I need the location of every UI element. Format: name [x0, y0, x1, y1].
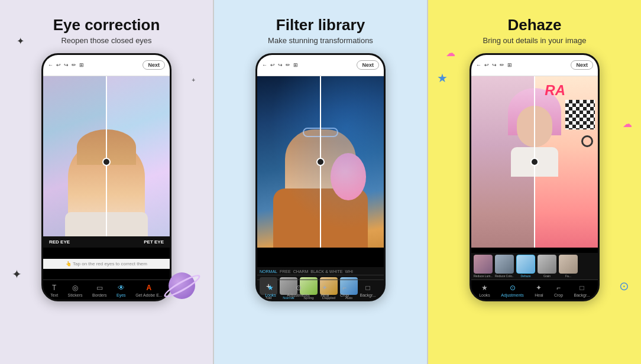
reduce-lum-thumb	[474, 255, 493, 274]
pet-eye-label[interactable]: PET EYE	[144, 239, 164, 245]
dehaze-panel: ★ ☁ ☁ ⊙ Dehaze Bring out details in your…	[428, 0, 641, 364]
tab-eyes[interactable]: 👁 Eyes	[116, 284, 126, 297]
star-icon-2: ⊙	[619, 279, 629, 293]
adj-thumb-grain[interactable]: Grain	[538, 255, 556, 278]
tab-heal-3[interactable]: ✦ Heal	[535, 284, 543, 297]
tab-heal-2-label: Heal	[320, 293, 329, 297]
redo-icon-2[interactable]: ↪	[278, 62, 283, 68]
cloud-icon-2: ☁	[623, 118, 632, 129]
sparkle-icon-1: ✦	[17, 35, 24, 47]
tab-crop-3-label: Crop	[554, 293, 563, 297]
undo-icon-2[interactable]: ↩	[270, 62, 275, 68]
next-button-2[interactable]: Next	[357, 60, 379, 70]
filter-tab-whi[interactable]: WHI	[345, 269, 353, 274]
filter-library-panel: Filter library Make stunning transformat…	[213, 0, 428, 364]
fade-thumb	[559, 255, 578, 274]
tab-crop-3[interactable]: ⌐ Crop	[554, 284, 563, 297]
filter-tab-charm[interactable]: CHARM	[293, 269, 309, 274]
adj-thumb-reduce-lum[interactable]: Reduce Lum...	[474, 255, 493, 278]
phone-1-image	[43, 76, 170, 248]
phone-1-tabs: T Text ◎ Stickers ▭ Borders 👁 Eyes A Get…	[43, 280, 170, 300]
split-dot-3[interactable]	[530, 158, 539, 166]
tab-adj-3-label: Adjustments	[501, 293, 524, 297]
next-button-1[interactable]: Next	[143, 60, 165, 70]
phone-2-topbar: ← ↩ ↪ ✏ ⊞ Next	[257, 55, 384, 76]
next-button-3[interactable]: Next	[571, 60, 593, 70]
undo-icon-3[interactable]: ↩	[484, 62, 489, 68]
split-dot[interactable]	[102, 158, 111, 166]
adj-thumb-fade[interactable]: Fa...	[559, 255, 578, 278]
tab-heal-2[interactable]: ✦ Heal	[320, 284, 329, 297]
tab-adobe-label: Get Adobe E...	[135, 293, 163, 297]
compare-icon-2[interactable]: ⊞	[293, 62, 298, 68]
tab-crop-2-label: Crop	[340, 293, 349, 297]
compare-icon[interactable]: ⊞	[79, 62, 84, 68]
fade-label: Fa...	[565, 274, 571, 278]
dehaze-thumb	[516, 255, 535, 274]
phone-2-tabs: ★ Looks ⊙ Adjustments ✦ Heal ⌐ Crop □ Ba…	[257, 280, 384, 300]
eyes-icon: 👁	[118, 284, 125, 292]
reduce-col-thumb	[495, 255, 514, 274]
panel-1-title: Eye correction	[53, 17, 160, 34]
edit-icon-2[interactable]: ✏	[286, 62, 290, 68]
tab-stickers[interactable]: ◎ Stickers	[68, 284, 83, 297]
grain-label: Grain	[543, 274, 551, 278]
tab-stickers-label: Stickers	[68, 293, 83, 297]
tab-adjustments-3[interactable]: ⊙ Adjustments	[501, 284, 524, 297]
crop-icon-2: ⌐	[342, 284, 347, 292]
reduce-col-label: Reduce Colo...	[495, 274, 514, 278]
red-eye-label[interactable]: RED EYE	[49, 239, 70, 245]
phone-3-nav-icons: ← ↩ ↪ ✏ ⊞	[476, 62, 512, 68]
adj-thumb-dehaze[interactable]: Dehaze	[516, 255, 535, 278]
adjustments-icon: ⊙	[296, 284, 302, 292]
back-icon-3[interactable]: ←	[476, 62, 481, 68]
bg-icon-3: □	[580, 284, 584, 292]
sparkle-icon-3: ✦	[12, 267, 22, 281]
tab-eyes-label: Eyes	[116, 293, 126, 297]
tab-crop-2[interactable]: ⌐ Crop	[340, 284, 349, 297]
back-icon[interactable]: ←	[48, 62, 53, 68]
split-dot-2[interactable]	[316, 158, 325, 166]
tip-text-1: 👆 Tap on the red eyes to correct them	[43, 259, 170, 269]
adj-thumb-reduce-col[interactable]: Reduce Colo...	[495, 255, 514, 278]
undo-icon[interactable]: ↩	[56, 62, 61, 68]
back-icon-2[interactable]: ←	[262, 62, 267, 68]
borders-icon: ▭	[96, 284, 103, 292]
tab-bg-3[interactable]: □ Backgr...	[574, 284, 590, 297]
filter-tabs-row: NORMAL FREE CHARM BLACK & WHITE WHI	[257, 267, 384, 275]
phone-2: ← ↩ ↪ ✏ ⊞ Next N	[255, 53, 386, 301]
planet-decoration	[169, 272, 195, 299]
phone-3-image: RA	[471, 76, 598, 248]
tab-looks-3[interactable]: ★ Looks	[479, 284, 490, 297]
grain-thumb	[538, 255, 556, 274]
heal-icon-2: ✦	[322, 284, 328, 292]
tab-adjustments-2[interactable]: ⊙ Adjustments	[287, 284, 310, 297]
edit-icon-3[interactable]: ✏	[500, 62, 504, 68]
heal-icon-3: ✦	[536, 284, 542, 292]
tip-icon: 👆	[66, 261, 73, 266]
tab-looks[interactable]: ★ Looks	[265, 284, 276, 297]
cloud-icon-1: ☁	[446, 47, 455, 58]
redo-icon-3[interactable]: ↪	[492, 62, 497, 68]
text-icon: T	[52, 284, 56, 292]
tab-looks-3-label: Looks	[479, 293, 490, 297]
phone-1: ← ↩ ↪ ✏ ⊞ Next RED EYE PET	[41, 53, 171, 301]
tab-borders-label: Borders	[92, 293, 107, 297]
panel-3-subtitle: Bring out details in your image	[483, 36, 587, 45]
dehaze-label: Dehaze	[520, 274, 530, 278]
tab-borders[interactable]: ▭ Borders	[92, 284, 107, 297]
filter-tab-free[interactable]: FREE	[280, 269, 291, 274]
tab-bg-2[interactable]: □ Backgr...	[360, 284, 376, 297]
redo-icon[interactable]: ↪	[64, 62, 69, 68]
filter-tab-normal[interactable]: NORMAL	[260, 269, 277, 274]
tip-label: Tap on the red eyes to correct them	[73, 261, 147, 266]
adj-thumbs-row: Reduce Lum... Reduce Colo... Dehaze Grai…	[471, 253, 598, 280]
compare-icon-3[interactable]: ⊞	[507, 62, 512, 68]
sparkle-icon-2: +	[192, 77, 195, 83]
tab-text[interactable]: T Text	[50, 284, 58, 297]
tab-bg-2-label: Backgr...	[360, 293, 376, 297]
tab-adobe[interactable]: A Get Adobe E...	[135, 284, 163, 297]
filter-tab-bw[interactable]: BLACK & WHITE	[310, 269, 342, 274]
edit-icon[interactable]: ✏	[72, 62, 76, 68]
circle-decoration	[581, 135, 593, 147]
